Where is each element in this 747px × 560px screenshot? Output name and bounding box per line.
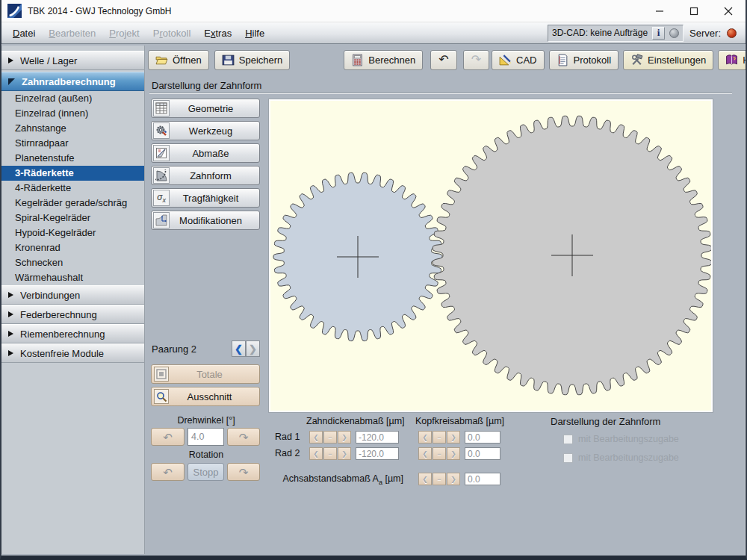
cad-button[interactable]: CAD (492, 50, 544, 70)
sidebar-item-stirnradpaar[interactable]: Stirnradpaar (1, 136, 144, 151)
menu-hilfe[interactable]: Hilfe (238, 25, 271, 41)
sidebar-section-federberechnung[interactable]: Federberechnung (1, 305, 144, 324)
zahnform-button[interactable]: Zahnform (151, 166, 260, 185)
pair-prev-button[interactable]: ❮ (232, 340, 246, 357)
redo-button[interactable]: ↷ (463, 50, 489, 70)
step-reset-button[interactable]: − (433, 431, 446, 444)
sidebar-item-kronenrad[interactable]: Kronenrad (1, 240, 144, 255)
toolbar: Öffnen Speichern Berechnen (148, 49, 747, 70)
werkzeug-button[interactable]: Werkzeug (151, 121, 260, 140)
sidebar-item-3-raederkette[interactable]: 3-Räderkette (1, 166, 144, 181)
sidebar-section-zahnradberechnung[interactable]: Zahnradberechnung (1, 72, 144, 91)
step-next-button[interactable]: ❯ (447, 447, 460, 460)
sidebar-item-einzelrad-innen[interactable]: Einzelrad (innen) (1, 106, 144, 121)
checkbox-2[interactable] (563, 453, 573, 463)
step-prev-button[interactable]: ❮ (418, 431, 432, 444)
rotation-ccw-button[interactable]: ↶ (151, 463, 185, 481)
step-reset-button[interactable]: − (433, 447, 446, 460)
close-button[interactable] (711, 0, 746, 22)
save-button[interactable]: Speichern (214, 50, 291, 70)
minimize-button[interactable] (642, 0, 677, 22)
app-window: TBK 2014 - GWJ Technology GmbH Datei Bea… (0, 0, 747, 560)
modifikationen-button[interactable]: Modifikationen (151, 211, 260, 230)
calculate-button[interactable]: Berechnen (344, 50, 423, 70)
step-reset-button[interactable]: − (323, 431, 337, 444)
achsabstand-input[interactable] (465, 473, 500, 485)
sidebar-item-4-raederkette[interactable]: 4-Räderkette (1, 181, 144, 196)
step-next-button[interactable]: ❯ (338, 431, 351, 444)
abmasse-button[interactable]: Abmaße (151, 143, 260, 163)
sidebar-section-riemenberechnung[interactable]: Riemenberechnung (1, 324, 144, 343)
sidebar-item-list: Einzelrad (außen) Einzelrad (innen) Zahn… (1, 91, 144, 285)
menu-extras[interactable]: Extras (197, 25, 238, 41)
undo-button[interactable]: ↶ (430, 50, 456, 70)
tragfaehigkeit-button[interactable]: σx Tragfähigkeit (151, 188, 260, 208)
darstellung-title: Darstellung der Zahnform (551, 416, 660, 427)
step-prev-button[interactable]: ❮ (309, 447, 323, 460)
menu-projekt[interactable]: Projekt (102, 25, 146, 41)
settings-button[interactable]: Einstellungen (623, 50, 713, 70)
checkbox-1[interactable] (563, 435, 573, 444)
totale-button[interactable]: Totale (151, 364, 260, 384)
rad1-kopfkreis-input[interactable] (465, 431, 500, 444)
menu-bearbeiten[interactable]: Bearbeiten (42, 25, 102, 41)
step-prev-button[interactable]: ❮ (309, 431, 323, 444)
zahndicke-column-header: Zahndickenabmaß [µm] (306, 416, 405, 426)
help-button[interactable]: Hilfe (718, 50, 747, 70)
pair-label: Paarung 2 (152, 343, 196, 355)
next-chevron-icon: ❯ (249, 343, 257, 355)
sidebar-item-planetenstufe[interactable]: Planetenstufe (1, 151, 144, 166)
sidebar-section-verbindungen[interactable]: Verbindungen (1, 285, 144, 305)
step-reset-button[interactable]: − (323, 447, 337, 460)
rad1-zahndicke-input[interactable] (356, 431, 399, 444)
sidebar-item-spiral-kegelraeder[interactable]: Spiral-Kegelräder (1, 211, 144, 225)
open-button[interactable]: Öffnen (148, 50, 209, 70)
gear-canvas (270, 101, 711, 411)
help-book-icon (725, 54, 738, 66)
rotate-ccw-step-button[interactable]: ↶ (151, 428, 185, 446)
sidebar-item-hypoid-kegelraeder[interactable]: Hypoid-Kegelräder (1, 225, 144, 240)
protocol-document-icon (557, 54, 569, 66)
rad1-zahndicke-stepper: ❮ − ❯ (309, 431, 351, 444)
cad-info-button[interactable]: i (652, 27, 665, 40)
rad1-kopfkreis-stepper: ❮ − ❯ (418, 431, 460, 444)
title-bar: TBK 2014 - GWJ Technology GmbH (1, 0, 746, 22)
sidebar-item-schnecken[interactable]: Schnecken (1, 255, 144, 270)
step-next-button[interactable]: ❯ (338, 447, 351, 460)
sidebar-item-zahnstange[interactable]: Zahnstange (1, 121, 144, 136)
ausschnitt-button[interactable]: Ausschnitt (151, 387, 260, 406)
save-floppy-icon (222, 54, 235, 66)
menu-datei[interactable]: Datei (6, 25, 42, 41)
rad2-zahndicke-input[interactable] (356, 447, 399, 460)
achsabstand-stepper: ❮ − ❯ (418, 473, 460, 485)
rad2-kopfkreis-input[interactable] (465, 447, 500, 460)
sidebar-item-waermehaushalt[interactable]: Wärmehaushalt (1, 270, 144, 285)
sidebar-section-kostenfreie-module[interactable]: Kostenfreie Module (1, 343, 144, 363)
sigma-icon: σx (153, 190, 170, 206)
step-reset-button[interactable]: − (433, 473, 446, 485)
geometrie-button[interactable]: Geometrie (151, 99, 260, 118)
drehwinkel-label: Drehwinkel [°] (151, 415, 261, 426)
gear-display-area[interactable] (269, 99, 713, 412)
step-prev-button[interactable]: ❮ (418, 447, 432, 460)
rotation-cw-button[interactable]: ↷ (227, 463, 260, 481)
kopfkreis-column-header: Kopfkreisabmaß [µm] (415, 416, 504, 426)
step-next-button[interactable]: ❯ (447, 473, 460, 485)
sidebar-section-welle-lager[interactable]: Welle / Lager (1, 51, 144, 70)
maximize-button[interactable] (677, 0, 711, 22)
pair-nav: ❮ ❯ (232, 340, 260, 357)
step-next-button[interactable]: ❯ (447, 431, 460, 444)
step-prev-button[interactable]: ❮ (418, 473, 432, 485)
drehwinkel-input[interactable] (187, 428, 224, 446)
redo-icon: ↷ (471, 54, 481, 66)
menu-protokoll[interactable]: Protokoll (146, 25, 198, 41)
protocol-button[interactable]: Protokoll (549, 50, 619, 70)
pair-next-button[interactable]: ❯ (246, 340, 260, 357)
bearbeitungszugabe-row-2: mit Bearbeitungszugabe (563, 452, 679, 463)
stopp-button[interactable]: Stopp (187, 463, 224, 481)
app-logo-icon (7, 4, 22, 18)
rotate-cw-step-button[interactable]: ↷ (227, 428, 260, 446)
undo-icon: ↶ (438, 54, 448, 66)
sidebar-item-kegelraeder[interactable]: Kegelräder gerade/schräg (1, 196, 144, 211)
sidebar-item-einzelrad-aussen[interactable]: Einzelrad (außen) (1, 91, 144, 106)
